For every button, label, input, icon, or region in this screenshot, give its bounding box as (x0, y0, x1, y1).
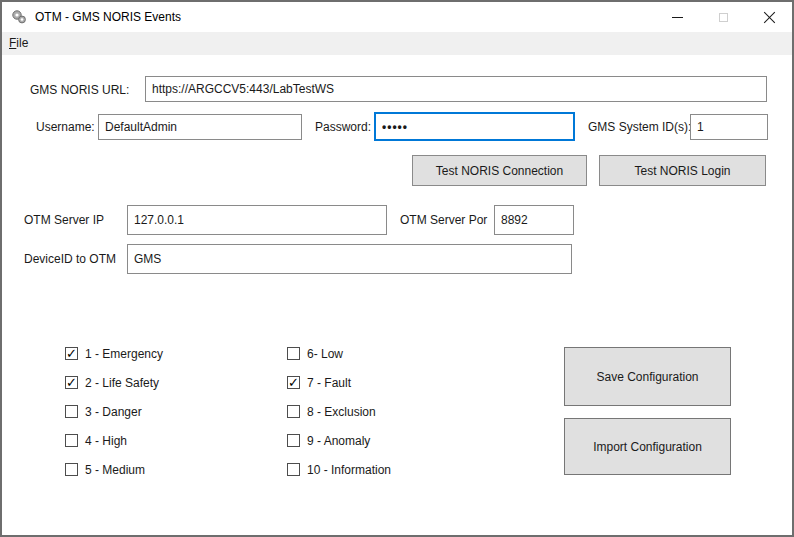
title-bar: OTM - GMS NORIS Events (2, 2, 792, 32)
gms-system-ids-label: GMS System ID(s): (588, 119, 691, 135)
checkbox-row-2-life-safety[interactable]: 2 - Life Safety (65, 376, 163, 389)
checkbox-label: 1 - Emergency (85, 347, 163, 361)
window-title: OTM - GMS NORIS Events (35, 10, 181, 24)
maximize-button (700, 2, 746, 32)
checkbox[interactable] (287, 376, 300, 389)
checkbox[interactable] (65, 434, 78, 447)
checkbox-label: 3 - Danger (85, 405, 142, 419)
checkbox-row-5-medium[interactable]: 5 - Medium (65, 463, 163, 476)
deviceid-to-otm-label: DeviceID to OTM (24, 251, 116, 267)
password-label: Password: (315, 119, 371, 135)
otm-server-ip-input[interactable] (127, 205, 387, 235)
menu-bar: File (2, 32, 792, 55)
checkbox[interactable] (287, 405, 300, 418)
test-noris-connection-button[interactable]: Test NORIS Connection (412, 155, 587, 186)
checkbox[interactable] (287, 463, 300, 476)
checkbox-row-3-danger[interactable]: 3 - Danger (65, 405, 163, 418)
checkbox-label: 10 - Information (307, 463, 391, 477)
otm-server-port-label: OTM Server Por (400, 212, 487, 228)
username-label: Username: (36, 119, 95, 135)
event-level-column-left: 1 - Emergency 2 - Life Safety 3 - Danger… (65, 347, 163, 476)
event-level-column-right: 6- Low 7 - Fault 8 - Exclusion 9 - Anoma… (287, 347, 391, 476)
minimize-button[interactable] (654, 2, 700, 32)
checkbox[interactable] (65, 376, 78, 389)
checkbox[interactable] (65, 405, 78, 418)
otm-server-ip-label: OTM Server IP (24, 212, 104, 228)
checkbox-label: 7 - Fault (307, 376, 351, 390)
checkbox-label: 4 - High (85, 434, 127, 448)
username-input[interactable] (98, 114, 302, 140)
gms-noris-url-input[interactable] (145, 76, 767, 102)
checkbox-row-10-information[interactable]: 10 - Information (287, 463, 391, 476)
checkbox-row-6-low[interactable]: 6- Low (287, 347, 391, 360)
gears-icon (11, 9, 27, 25)
checkbox[interactable] (65, 347, 78, 360)
password-input[interactable] (374, 112, 575, 141)
app-window: OTM - GMS NORIS Events File GMS NORIS UR… (0, 0, 794, 537)
checkbox-label: 2 - Life Safety (85, 376, 159, 390)
checkbox[interactable] (287, 434, 300, 447)
save-configuration-button[interactable]: Save Configuration (564, 347, 731, 406)
checkbox-row-9-anomaly[interactable]: 9 - Anomaly (287, 434, 391, 447)
deviceid-to-otm-input[interactable] (127, 244, 572, 274)
gms-system-ids-input[interactable] (690, 114, 768, 140)
gms-noris-url-label: GMS NORIS URL: (30, 82, 129, 98)
checkbox[interactable] (65, 463, 78, 476)
import-configuration-button[interactable]: Import Configuration (564, 418, 731, 475)
checkbox-label: 5 - Medium (85, 463, 145, 477)
minimize-icon (672, 17, 683, 18)
checkbox-row-7-fault[interactable]: 7 - Fault (287, 376, 391, 389)
checkbox-label: 8 - Exclusion (307, 405, 376, 419)
close-icon (763, 11, 776, 24)
menu-file-rest: ile (16, 36, 28, 50)
otm-server-port-input[interactable] (494, 205, 574, 235)
checkbox-row-8-exclusion[interactable]: 8 - Exclusion (287, 405, 391, 418)
menu-item-file[interactable]: File (2, 32, 35, 55)
caption-buttons (654, 2, 792, 32)
checkbox[interactable] (287, 347, 300, 360)
checkbox-label: 9 - Anomaly (307, 434, 370, 448)
checkbox-row-1-emergency[interactable]: 1 - Emergency (65, 347, 163, 360)
test-noris-login-button[interactable]: Test NORIS Login (599, 155, 766, 186)
checkbox-row-4-high[interactable]: 4 - High (65, 434, 163, 447)
checkbox-label: 6- Low (307, 347, 343, 361)
maximize-icon (719, 13, 728, 22)
close-button[interactable] (746, 2, 792, 32)
